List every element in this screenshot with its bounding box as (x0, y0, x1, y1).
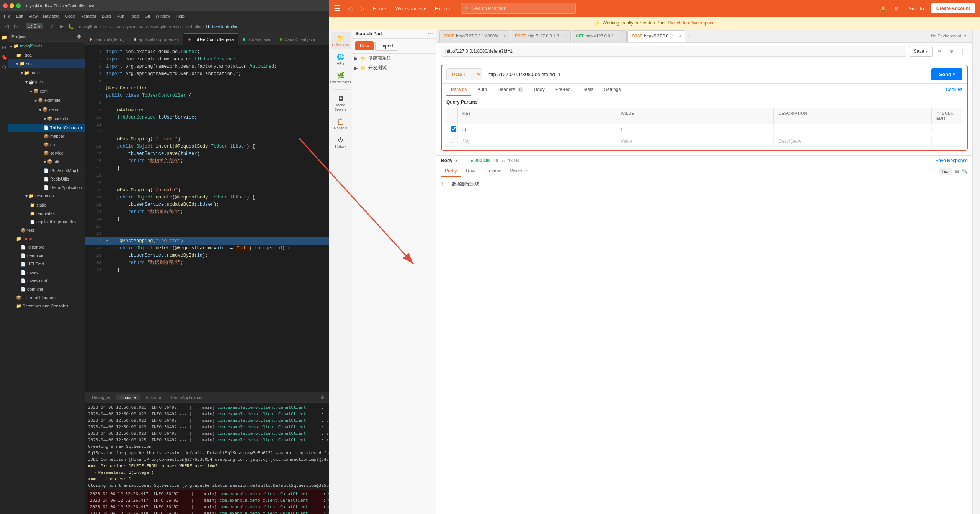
pm-param-key-1[interactable]: id (458, 125, 616, 135)
pm-param-desc-1[interactable] (774, 127, 932, 132)
tree-pbsassetmaptest[interactable]: 📄 PbsAssetMapTest (8, 166, 85, 175)
pm-param-enable-2[interactable] (451, 138, 456, 143)
tree-gitignore[interactable]: 📄 .gitignore (8, 243, 85, 251)
pm-resp-format-icon[interactable]: ⊞ (954, 168, 960, 174)
project-icon[interactable]: 📁 (1, 34, 8, 41)
pm-req-tab-prereq[interactable]: Pre-req. (551, 84, 577, 96)
pm-edit-icon-1[interactable]: ✏ (935, 46, 945, 56)
back-btn[interactable]: ◁ (3, 23, 11, 30)
pm-resp-tab-preview[interactable]: Preview (480, 166, 505, 177)
pm-cookies-link[interactable]: Cookies (946, 84, 962, 96)
menu-tools[interactable]: Tools (127, 13, 142, 19)
pm-req-tab-params[interactable]: Params (446, 84, 471, 96)
tree-idea[interactable]: 📁 .idea (8, 51, 85, 59)
pm-new-btn[interactable]: New (355, 41, 374, 50)
debug-tab-console[interactable]: Console (116, 394, 139, 400)
pm-sidebar-mock-servers[interactable]: 🖥 Mock Servers (331, 93, 351, 114)
pm-collection-group-1[interactable]: ▶ 📁 供应商系统 (352, 54, 436, 63)
pm-forward-btn[interactable]: ▷ (358, 3, 367, 14)
git-branch[interactable]: ⎇ Git▾ (26, 23, 43, 29)
tab-appprops[interactable]: application.properties (129, 33, 184, 45)
pm-scratch-more-icon[interactable]: ⋯ (428, 31, 433, 37)
pm-req-tab-tests[interactable]: Tests (578, 84, 598, 96)
menu-navigate[interactable]: Navigate (41, 13, 62, 19)
tree-root[interactable]: ▶ 📁 mysql8redis (8, 42, 85, 51)
tree-po[interactable]: 📦 po (8, 140, 85, 149)
pm-right-expand-btn[interactable]: ⋮ (973, 29, 980, 44)
pm-response-dropdown-icon[interactable]: ▾ (456, 158, 458, 163)
pm-edit-icon-3[interactable]: ⋮ (958, 46, 968, 56)
pm-back-btn[interactable]: ◁ (345, 3, 354, 14)
pm-url-tab-3[interactable]: GET http://127.0.0.1:... × (572, 30, 627, 42)
run-btn[interactable]: ▶ (58, 23, 65, 30)
pm-req-tab-body[interactable]: Body (529, 84, 549, 96)
close-window-btn[interactable] (3, 3, 8, 8)
tree-src[interactable]: ▶ 📁 src (8, 59, 85, 68)
tree-redisutils[interactable]: 📄 RedisUtils (8, 175, 85, 183)
bookmark-icon[interactable]: 🔖 (1, 54, 8, 60)
tree-mvnwcmd[interactable]: 📄 mvnw.cmd (8, 277, 85, 285)
tree-test[interactable]: 📦 test (8, 226, 85, 234)
tree-util[interactable]: ▶ 📦 util (8, 157, 85, 166)
menu-view[interactable]: View (26, 13, 40, 19)
pm-create-account-btn[interactable]: Create Account (931, 3, 975, 13)
tree-mvnw[interactable]: 📄 mvnw (8, 268, 85, 277)
tree-target[interactable]: 📁 target (8, 234, 85, 243)
tree-tbusercontroller[interactable]: 📄 TbUserController (8, 124, 85, 132)
pm-resp-tab-raw[interactable]: Raw (462, 166, 479, 177)
tree-templates[interactable]: 📁 templates (8, 209, 85, 218)
tree-pomxml[interactable]: 📄 pom.xml (8, 285, 85, 293)
pm-home-link[interactable]: Home (370, 4, 389, 13)
debug-btn[interactable]: 🐛 (67, 23, 75, 30)
pm-tab-close-1[interactable]: × (504, 34, 506, 38)
tree-main[interactable]: ▶ 📁 main (8, 68, 85, 78)
pm-param-key-2[interactable]: Key (458, 136, 616, 146)
pm-save-btn[interactable]: Save ▾ (909, 46, 933, 57)
menu-code[interactable]: Code (63, 13, 77, 19)
minimize-window-btn[interactable] (10, 3, 14, 8)
settings-icon[interactable]: ⚙ (1, 63, 8, 70)
tree-scratches[interactable]: 📁 Scratches and Consoles (8, 302, 85, 310)
pm-collection-group-2[interactable]: ▶ 📁 开发测试 (352, 63, 436, 73)
pm-param-value-1[interactable]: 1 (616, 125, 774, 135)
menu-refactor[interactable]: Refactor (78, 13, 99, 19)
pm-req-tab-headers[interactable]: Headers 8 (493, 84, 528, 96)
code-editor[interactable]: 1import com.example.demo.po.TbUser; 2imp… (85, 46, 329, 392)
tree-service[interactable]: 📦 service (8, 149, 85, 157)
tree-com[interactable]: ▶ 📦 com (8, 87, 85, 96)
tree-appprops[interactable]: 📄 application.properties (8, 218, 85, 226)
menu-run[interactable]: Run (114, 13, 126, 19)
pm-url-tab-2[interactable]: POST http://127.0.0.1:8... × (511, 30, 571, 42)
structure-icon[interactable]: ⊞ (1, 44, 8, 50)
pm-sidebar-collections[interactable]: 📁 Collections (331, 32, 351, 49)
pm-param-value-2[interactable]: Value (616, 136, 774, 146)
tree-demo[interactable]: ▶ 📦 demo (8, 105, 85, 114)
debug-output[interactable]: 2023-04-06 12:50:09.021 INFO 36492 --- [… (85, 403, 329, 514)
pm-save-response-btn[interactable]: Save Response (935, 158, 968, 163)
pm-tab-close-2[interactable]: × (564, 34, 567, 38)
checkmark-btn[interactable]: ✓ (49, 23, 56, 30)
tab-pomxml[interactable]: pom.xml (demo) (85, 33, 129, 45)
pm-param-desc-2[interactable]: Description (774, 136, 932, 146)
menu-git[interactable]: Git (142, 13, 152, 19)
pm-col-bulk[interactable]: ⋯ Bulk Edit (932, 108, 962, 124)
tree-controller[interactable]: ▶ 📦 controller (8, 114, 85, 124)
pm-send-btn[interactable]: Send ▾ (931, 68, 962, 80)
tree-example[interactable]: ▶ 📦 example (8, 96, 85, 105)
tree-demoxml[interactable]: 📄 demo.xml (8, 251, 85, 260)
pm-param-enable-1[interactable] (451, 126, 456, 132)
pm-tab-close-4[interactable]: × (679, 34, 681, 38)
pm-sign-in-btn[interactable]: Sign In (905, 4, 928, 13)
pm-sidebar-apis[interactable]: 🌐 APIs (331, 51, 351, 68)
pm-env-arrow[interactable]: ▾ (964, 34, 966, 38)
pm-import-btn[interactable]: Import (375, 41, 398, 51)
pm-method-select[interactable]: POST GET PUT DELETE (446, 68, 482, 80)
tree-helpxml[interactable]: 📄 HELPmd (8, 260, 85, 268)
menu-build[interactable]: Build (100, 13, 113, 19)
pm-resp-tab-visualize[interactable]: Visualize (506, 166, 532, 177)
tab-tbuser[interactable]: TbUser.java (238, 33, 275, 45)
tree-ext-libs[interactable]: 📦 External Libraries (8, 293, 85, 302)
pm-sidebar-monitors[interactable]: 📋 Monitors (331, 115, 351, 133)
pm-search-bar[interactable]: 🔍 Search Postman (461, 3, 576, 14)
pm-notification-icon[interactable]: 🔔 (878, 4, 889, 13)
